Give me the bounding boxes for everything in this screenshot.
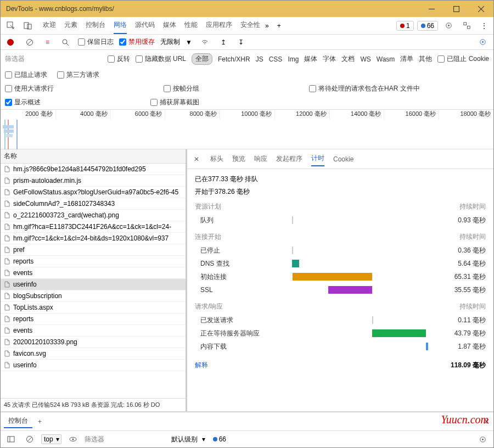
request-row[interactable]: hm.gif?cc=1&ck=1&cl=24-bit&ds=1920x1080&… [1, 233, 186, 244]
request-row[interactable]: o_221216003723_card(wechat).png [1, 210, 186, 221]
request-row[interactable]: pref [1, 244, 186, 256]
tab-preview[interactable]: 预览 [232, 152, 245, 166]
throttle-select[interactable]: 无限制 [160, 37, 180, 47]
type-css[interactable]: CSS [269, 55, 283, 63]
settings-icon[interactable] [441, 19, 456, 32]
type-js[interactable]: JS [256, 55, 263, 63]
request-row[interactable]: GetFollowStatus.aspx?blogUserGuid=a97a0b… [1, 187, 186, 198]
type-wasm[interactable]: Wasm [377, 55, 395, 63]
close-detail-icon[interactable]: ✕ [192, 155, 201, 163]
blocked-cookies-checkbox[interactable]: 已阻止 Cookie [437, 54, 489, 64]
tab-initiator[interactable]: 发起程序 [276, 152, 302, 166]
request-name: hm.gif?hca=E11873DC2441F26A&cc=1&ck=1&cl… [13, 223, 171, 231]
clear-button[interactable] [23, 36, 37, 48]
drawer-tab-console[interactable]: 控制台 [4, 415, 32, 428]
console-clear-icon[interactable] [23, 433, 37, 445]
blocked-req-checkbox[interactable]: 已阻止请求 [5, 70, 47, 80]
request-row[interactable]: hm.gif?hca=E11873DC2441F26A&cc=1&ck=1&cl… [1, 221, 186, 233]
explain-link[interactable]: 解释 [195, 361, 208, 370]
request-row[interactable]: events [1, 325, 186, 337]
tab-application[interactable]: 应用程序 [206, 17, 232, 34]
error-badge[interactable]: 1 [396, 21, 414, 31]
menu-icon[interactable]: ⋮ [478, 20, 491, 32]
tab-cookies[interactable]: Cookie [333, 153, 353, 165]
third-party-checkbox[interactable]: 第三方请求 [57, 70, 99, 80]
name-column-header[interactable]: 名称 [1, 149, 186, 164]
record-button[interactable] [4, 37, 17, 48]
request-row[interactable]: reports [1, 313, 186, 325]
live-expr-icon[interactable] [66, 433, 80, 445]
request-row[interactable]: prism-autoloader.min.js [1, 175, 186, 187]
type-other[interactable]: 其他 [419, 54, 432, 64]
type-all[interactable]: 全部 [192, 53, 212, 65]
tab-sources[interactable]: 源代码 [135, 17, 155, 34]
type-ws[interactable]: WS [360, 55, 370, 63]
tab-media[interactable]: 媒体 [163, 17, 176, 34]
inspect-icon[interactable] [3, 19, 19, 32]
wifi-icon[interactable] [198, 36, 212, 48]
tab-headers[interactable]: 标头 [210, 152, 223, 166]
tab-timing[interactable]: 计时 [311, 152, 324, 166]
dock-icon[interactable] [459, 19, 474, 32]
upload-icon[interactable]: ↥ [217, 36, 229, 48]
request-row[interactable]: hm.js?866c9be12d4a814454792b1fd0fed295 [1, 164, 186, 175]
console-warn-badge[interactable]: 66 [210, 435, 229, 444]
svg-line-12 [27, 40, 32, 44]
timeline-tick: 14000 毫秒 [329, 110, 384, 120]
maximize-button[interactable] [444, 1, 469, 17]
tab-performance[interactable]: 性能 [184, 17, 198, 34]
request-row[interactable]: userinfo [1, 279, 186, 290]
request-row[interactable]: blogSubscription [1, 290, 186, 302]
network-settings-icon[interactable] [475, 36, 490, 48]
type-media[interactable]: 媒体 [304, 54, 317, 64]
request-row[interactable]: favicon.svg [1, 348, 186, 360]
filter-toggle-icon[interactable]: ≡ [42, 36, 53, 48]
download-icon[interactable]: ↧ [235, 36, 247, 48]
tab-response[interactable]: 响应 [254, 152, 267, 166]
request-row[interactable]: TopLists.aspx [1, 302, 186, 313]
console-filter-input[interactable] [85, 435, 167, 443]
screenshots-checkbox[interactable]: 捕获屏幕截图 [150, 98, 199, 107]
file-icon [4, 223, 10, 230]
throttle-caret-icon[interactable]: ▼ [186, 38, 192, 46]
tab-welcome[interactable]: 欢迎 [43, 17, 56, 34]
tab-security[interactable]: 安全性 [240, 17, 260, 34]
request-row[interactable]: 20200120103339.png [1, 337, 186, 348]
overview-checkbox[interactable]: 显示概述 [5, 98, 41, 107]
request-row[interactable]: userinfo [1, 360, 186, 371]
add-tab-icon[interactable]: + [274, 20, 284, 32]
close-button[interactable] [469, 1, 493, 17]
big-rows-checkbox[interactable]: 使用大请求行 [5, 84, 54, 93]
by-frame-checkbox[interactable]: 按帧分组 [164, 84, 199, 93]
search-icon[interactable] [58, 36, 72, 48]
context-select[interactable]: top ▾ [41, 434, 61, 444]
disable-cache-checkbox[interactable]: 禁用缓存 [119, 37, 155, 47]
console-settings-icon[interactable] [475, 433, 490, 446]
type-font[interactable]: 字体 [323, 54, 336, 64]
preserve-log-checkbox[interactable]: 保留日志 [78, 37, 114, 47]
type-manifest[interactable]: 清单 [400, 54, 413, 64]
drawer-add-icon[interactable]: + [38, 418, 42, 425]
type-doc[interactable]: 文档 [341, 54, 355, 64]
request-row[interactable]: events [1, 267, 186, 279]
more-tabs-icon[interactable]: » [262, 20, 272, 32]
warn-badge[interactable]: 66 [417, 21, 438, 31]
invert-checkbox[interactable]: 反转 [108, 54, 130, 64]
hide-data-checkbox[interactable]: 隐藏数据 URL [136, 54, 186, 64]
console-sidebar-icon[interactable] [4, 433, 18, 445]
include-har-checkbox[interactable]: 将待处理的请求包含在HAR 文件中 [309, 84, 420, 93]
type-fetch[interactable]: Fetch/XHR [218, 55, 250, 63]
type-img[interactable]: Img [288, 55, 299, 63]
drawer-close-icon[interactable]: ✕ [483, 417, 490, 427]
tab-console[interactable]: 控制台 [86, 17, 105, 34]
overview-timeline[interactable]: 2000 毫秒4000 毫秒6000 毫秒8000 毫秒10000 毫秒1200… [1, 110, 493, 149]
tab-network[interactable]: 网络 [114, 17, 127, 34]
tab-elements[interactable]: 元素 [64, 17, 77, 34]
request-row[interactable]: reports [1, 256, 186, 267]
level-select[interactable]: 默认级别 [171, 435, 198, 444]
level-caret-icon[interactable]: ▾ [202, 435, 205, 443]
request-row[interactable]: sideColumnAd?_=1681027348343 [1, 198, 186, 210]
minimize-button[interactable] [419, 1, 444, 17]
device-icon[interactable] [20, 19, 36, 32]
filter-input[interactable]: 筛选器 [5, 54, 25, 64]
